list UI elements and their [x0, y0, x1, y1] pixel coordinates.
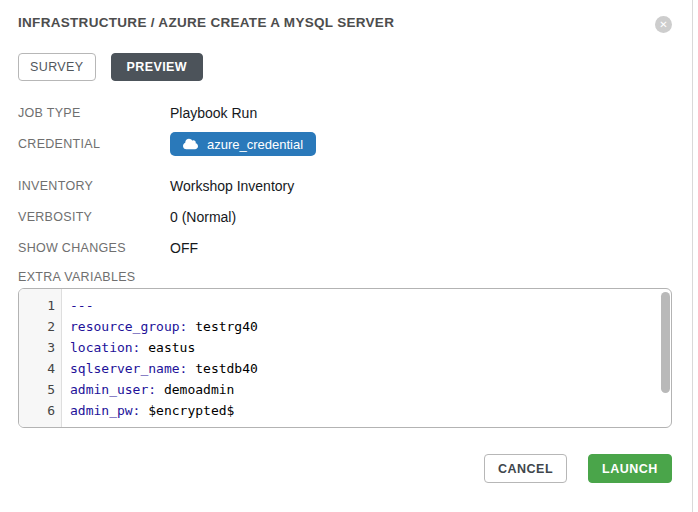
field-label: JOB TYPE: [18, 106, 170, 120]
launch-button[interactable]: LAUNCH: [588, 454, 672, 483]
code-text: ---: [62, 295, 93, 316]
verbosity-row: VERBOSITY 0 (Normal): [18, 208, 236, 226]
close-button[interactable]: ✕: [655, 16, 672, 33]
close-icon: ✕: [659, 20, 667, 30]
field-value: Workshop Inventory: [170, 178, 294, 194]
extra-variables-editor[interactable]: 1 --- 2 resource_group: testrg40 3 locat…: [18, 288, 672, 428]
editor-code: 1 --- 2 resource_group: testrg40 3 locat…: [19, 295, 671, 428]
credential-badge: azure_credential: [170, 132, 316, 156]
code-line: 1 ---: [19, 295, 671, 316]
code-text: location: eastus: [62, 337, 195, 358]
line-number: 7: [19, 421, 62, 428]
code-text: [62, 421, 70, 428]
extra-variables-label: EXTRA VARIABLES: [18, 270, 136, 284]
tab-bar: SURVEY PREVIEW: [18, 53, 203, 81]
code-line: 3 location: eastus: [19, 337, 671, 358]
editor-scrollbar-thumb[interactable]: [661, 292, 670, 393]
page-title: INFRASTRUCTURE / AZURE CREATE A MYSQL SE…: [18, 15, 394, 30]
field-value: Playbook Run: [170, 105, 257, 121]
field-label: SHOW CHANGES: [18, 241, 170, 255]
code-line: 7: [19, 421, 671, 428]
line-number: 2: [19, 316, 62, 337]
code-text: sqlserver_name: testdb40: [62, 358, 258, 379]
code-line: 2 resource_group: testrg40: [19, 316, 671, 337]
line-number: 3: [19, 337, 62, 358]
page-edge-divider: [692, 0, 693, 512]
job-type-row: JOB TYPE Playbook Run: [18, 104, 257, 122]
field-label: VERBOSITY: [18, 210, 170, 224]
code-line: 4 sqlserver_name: testdb40: [19, 358, 671, 379]
code-text: admin_pw: $encrypted$: [62, 400, 234, 421]
line-number: 4: [19, 358, 62, 379]
line-number: 5: [19, 379, 62, 400]
tab-survey[interactable]: SURVEY: [18, 53, 96, 81]
field-value: OFF: [170, 240, 198, 256]
line-number: 6: [19, 400, 62, 421]
code-line: 5 admin_user: demoadmin: [19, 379, 671, 400]
cloud-icon: [183, 138, 198, 150]
inventory-row: INVENTORY Workshop Inventory: [18, 177, 294, 195]
field-value: 0 (Normal): [170, 209, 236, 225]
field-label: INVENTORY: [18, 179, 170, 193]
field-label: CREDENTIAL: [18, 137, 170, 151]
launch-preview-modal: INFRASTRUCTURE / AZURE CREATE A MYSQL SE…: [0, 0, 698, 512]
line-number: 1: [19, 295, 62, 316]
cancel-button[interactable]: CANCEL: [484, 454, 567, 483]
code-text: resource_group: testrg40: [62, 316, 258, 337]
credential-badge-label: azure_credential: [207, 137, 303, 152]
tab-preview[interactable]: PREVIEW: [111, 53, 203, 81]
code-line: 6 admin_pw: $encrypted$: [19, 400, 671, 421]
credential-row: CREDENTIAL azure_credential: [18, 131, 316, 157]
code-text: admin_user: demoadmin: [62, 379, 234, 400]
show-changes-row: SHOW CHANGES OFF: [18, 239, 198, 257]
